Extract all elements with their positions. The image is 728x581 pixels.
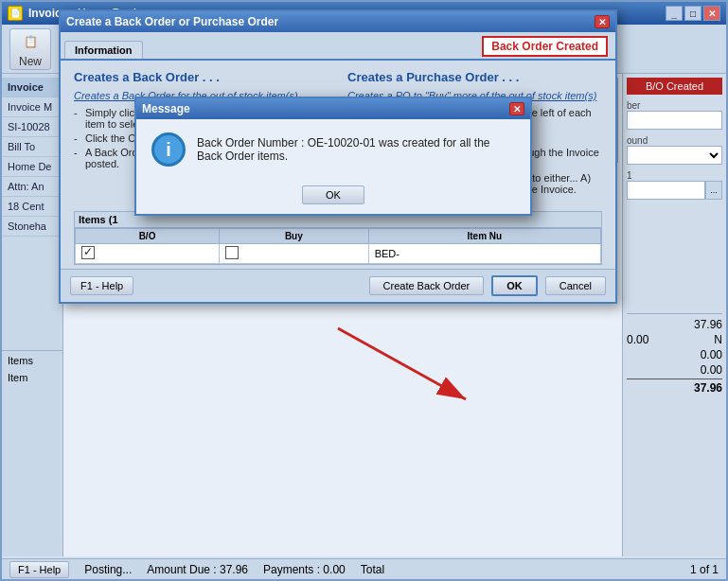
nav-invoice[interactable]: Invoice (2, 78, 62, 97)
nav-invoice-m[interactable]: Invoice M (2, 97, 62, 117)
totals-section: 37.96 0.00 N 0.00 0.00 37.96 (627, 313, 722, 395)
message-titlebar: Message ✕ (136, 98, 530, 119)
message-title: Message (142, 102, 190, 115)
backorder-dialog-title: Create a Back Order or Purchase Order (66, 15, 278, 28)
subtotal-value: 37.96 (694, 318, 722, 331)
main-window: 📄 Invoice - Home Dealers _ □ ✕ 📋 New 🧾 I… (0, 0, 728, 581)
right-field-ound: ound (627, 135, 722, 165)
message-close-button[interactable]: ✕ (509, 102, 524, 115)
nav-home[interactable]: Home De (2, 157, 62, 177)
dialog-tab-bar: Information Back Order Created (61, 32, 615, 61)
create-back-order-button[interactable]: Create Back Order (369, 276, 485, 295)
new-button[interactable]: 📋 New (9, 28, 51, 70)
ber-input[interactable] (627, 111, 722, 130)
nav-si[interactable]: SI-10028 (2, 117, 62, 137)
total-line2: 0.00 (627, 333, 648, 346)
f1-help-button[interactable]: F1 - Help (70, 276, 133, 295)
app-icon: 📄 (8, 6, 23, 21)
message-body: i Back Order Number : OE-10020-01 was cr… (136, 119, 530, 180)
items-label: Items (2, 350, 62, 370)
ound-select[interactable] (627, 146, 722, 165)
message-ok-button[interactable]: OK (302, 185, 364, 204)
payments: Payments : 0.00 (263, 563, 346, 576)
dialog-table-row: BED- (76, 244, 601, 264)
di-item-num: BED- (368, 244, 600, 264)
status-bar: F1 - Help Posting... Amount Due : 37.96 … (2, 558, 726, 579)
maximize-button[interactable]: □ (684, 6, 701, 21)
di-bo-checkbox[interactable] (81, 246, 95, 259)
backorder-dialog-titlebar: Create a Back Order or Purchase Order ✕ (61, 11, 615, 32)
one-btn[interactable]: ... (705, 181, 722, 200)
total-line3: 0.00 (701, 348, 722, 361)
right-heading: Creates a Purchase Order . . . (347, 70, 602, 84)
amount-due: Amount Due : 37.96 (147, 563, 248, 576)
minimize-button[interactable]: _ (666, 6, 683, 21)
n-flag: N (714, 333, 722, 346)
back-order-created-badge: Back Order Created (482, 36, 608, 57)
right-field-ber: ber (627, 100, 722, 130)
posting-status: Posting... (84, 563, 132, 576)
total-label: Total (361, 563, 384, 576)
bo-created-title: B/O Created (627, 78, 722, 95)
ok-button[interactable]: OK (491, 275, 538, 296)
titlebar-controls: _ □ ✕ (666, 6, 720, 21)
cancel-button[interactable]: Cancel (545, 276, 606, 295)
nav-18cent[interactable]: 18 Cent (2, 197, 62, 217)
dialog-items-table: B/O Buy Item Nu BED- (75, 228, 601, 264)
di-col-bo: B/O (76, 229, 220, 244)
one-label: 1 (627, 170, 722, 181)
backorder-dialog-close[interactable]: ✕ (595, 15, 610, 28)
right-panel: B/O Created ber ound 1 ... 37.96 (622, 74, 726, 556)
ound-label: ound (627, 135, 722, 146)
paging: 1 of 1 (690, 563, 719, 576)
left-panel: Invoice Invoice M SI-10028 Bill To Home … (2, 74, 63, 556)
message-dialog: Message ✕ i Back Order Number : OE-10020… (134, 97, 532, 216)
nav-attn[interactable]: Attn: An (2, 177, 62, 197)
nav-billto[interactable]: Bill To (2, 137, 62, 157)
item-label: Item (2, 370, 62, 385)
f1-help-status[interactable]: F1 - Help (9, 561, 69, 578)
window-close-button[interactable]: ✕ (703, 6, 720, 21)
left-heading: Creates a Back Order . . . (74, 70, 328, 84)
total-line4: 0.00 (701, 363, 722, 377)
ber-label: ber (627, 100, 722, 111)
di-col-buy: Buy (220, 229, 369, 244)
dialog-footer: F1 - Help Create Back Order OK Cancel (61, 269, 615, 302)
tab-information[interactable]: Information (64, 41, 143, 59)
dialog-items-section: Items (1 B/O Buy Item Nu BED- (74, 211, 602, 265)
right-field-1: 1 ... (627, 170, 722, 200)
di-buy-checkbox[interactable] (225, 246, 239, 259)
new-icon: 📋 (19, 30, 42, 53)
one-input[interactable] (627, 181, 705, 200)
info-icon: i (151, 132, 186, 167)
grand-total: 37.96 (694, 381, 722, 395)
message-text: Back Order Number : OE-10020-01 was crea… (197, 136, 515, 163)
message-footer: OK (136, 180, 530, 214)
di-col-itemnum: Item Nu (368, 229, 600, 244)
nav-stone[interactable]: Stoneha (2, 217, 62, 237)
